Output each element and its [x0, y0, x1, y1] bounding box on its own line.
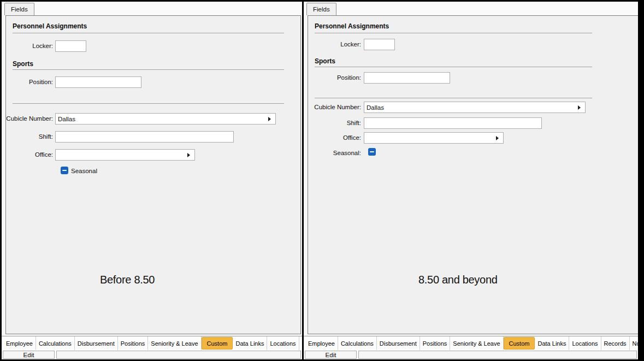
checkbox-mixed-dash-icon: [370, 151, 374, 152]
tab-locations[interactable]: Locations: [267, 336, 299, 350]
tab-locations[interactable]: Locations: [569, 336, 601, 350]
tab-disbursement[interactable]: Disbursement: [377, 336, 420, 350]
tab-calculations[interactable]: Calculations: [36, 336, 75, 350]
office-label: Office:: [308, 134, 361, 141]
position-input[interactable]: [55, 76, 141, 88]
tab-employee[interactable]: Employee: [2, 336, 36, 350]
top-tab-strip: Fields: [2, 2, 302, 15]
850-and-beyond-panel: Fields Personnel Assignments Locker: Spo…: [304, 2, 638, 359]
cubicle-number-label: Cubicle Number:: [308, 104, 361, 110]
caption-before-850: Before 8.50: [100, 274, 155, 286]
section-underline: [315, 67, 592, 67]
cubicle-number-label: Cubicle Number:: [6, 115, 53, 122]
seasonal-label: Seasonal: [71, 168, 97, 174]
dropdown-arrow-icon: [496, 136, 499, 140]
position-input[interactable]: [364, 72, 450, 84]
tab-positions[interactable]: Positions: [118, 336, 149, 350]
tab-fields[interactable]: Fields: [4, 3, 34, 15]
status-bar-empty-segment: [56, 351, 301, 359]
tab-custom[interactable]: Custom: [202, 337, 233, 350]
shift-input[interactable]: [364, 117, 542, 129]
cubicle-number-value: Dallas: [58, 116, 75, 122]
dropdown-arrow-icon: [268, 117, 271, 121]
position-label: Position:: [308, 74, 361, 81]
shift-label: Shift:: [308, 120, 361, 126]
status-bar: Edit: [2, 350, 302, 359]
section-title-personnel-assignments: Personnel Assignments: [315, 22, 389, 30]
tab-custom[interactable]: Custom: [504, 337, 535, 350]
tab-notes[interactable]: Notes: [630, 336, 638, 350]
tab-employee[interactable]: Employee: [304, 336, 338, 350]
bottom-tab-bar: Employee Calculations Disbursement Posit…: [2, 336, 302, 350]
section-underline: [13, 33, 284, 33]
cubicle-number-dropdown[interactable]: Dallas: [364, 102, 586, 113]
locker-input[interactable]: [364, 39, 395, 50]
before-850-panel: Fields Personnel Assignments Locker: Spo…: [2, 2, 302, 359]
locker-input[interactable]: [55, 40, 86, 52]
seasonal-checkbox[interactable]: [368, 148, 376, 156]
office-dropdown[interactable]: [55, 149, 195, 161]
locker-label: Locker:: [6, 43, 53, 49]
dropdown-arrow-icon: [187, 153, 190, 157]
tab-records[interactable]: Records: [299, 336, 302, 350]
tab-calculations[interactable]: Calculations: [338, 336, 377, 350]
top-tab-strip: Fields: [304, 2, 638, 15]
fields-form: Personnel Assignments Locker: Sports Pos…: [5, 15, 301, 334]
tab-fields[interactable]: Fields: [306, 3, 336, 15]
status-bar: Edit: [304, 350, 638, 359]
caption-850-and-beyond: 8.50 and beyond: [418, 274, 498, 286]
checkbox-mixed-dash-icon: [62, 170, 67, 171]
edit-button[interactable]: Edit: [3, 351, 55, 359]
tab-seniority-leave[interactable]: Seniority & Leave: [148, 336, 201, 350]
bottom-tab-bar: Employee Calculations Disbursement Posit…: [304, 336, 638, 350]
group-separator: [315, 98, 592, 98]
section-underline: [315, 33, 592, 33]
cubicle-number-value: Dallas: [367, 104, 384, 111]
fields-form: Personnel Assignments Locker: Sports Pos…: [308, 15, 638, 334]
locker-label: Locker:: [308, 41, 361, 48]
tab-data-links[interactable]: Data Links: [535, 336, 569, 350]
section-title-sports: Sports: [315, 57, 335, 65]
section-underline: [13, 69, 284, 70]
office-dropdown[interactable]: [364, 132, 504, 144]
edit-button[interactable]: Edit: [305, 351, 357, 359]
seasonal-checkbox[interactable]: [61, 167, 68, 174]
tab-disbursement[interactable]: Disbursement: [75, 336, 118, 350]
seasonal-label: Seasonal:: [308, 150, 361, 156]
status-bar-empty-segment: [358, 351, 637, 359]
section-title-sports: Sports: [13, 60, 33, 68]
tab-records[interactable]: Records: [601, 336, 630, 350]
section-title-personnel-assignments: Personnel Assignments: [13, 22, 87, 30]
group-separator: [13, 103, 284, 104]
shift-label: Shift:: [6, 133, 53, 140]
position-label: Position:: [6, 79, 53, 85]
office-label: Office:: [6, 151, 53, 158]
cubicle-number-dropdown[interactable]: Dallas: [55, 113, 276, 125]
dropdown-arrow-icon: [578, 105, 581, 110]
shift-input[interactable]: [55, 131, 234, 143]
tab-positions[interactable]: Positions: [420, 336, 451, 350]
tab-data-links[interactable]: Data Links: [233, 336, 267, 350]
tab-seniority-leave[interactable]: Seniority & Leave: [450, 336, 503, 350]
